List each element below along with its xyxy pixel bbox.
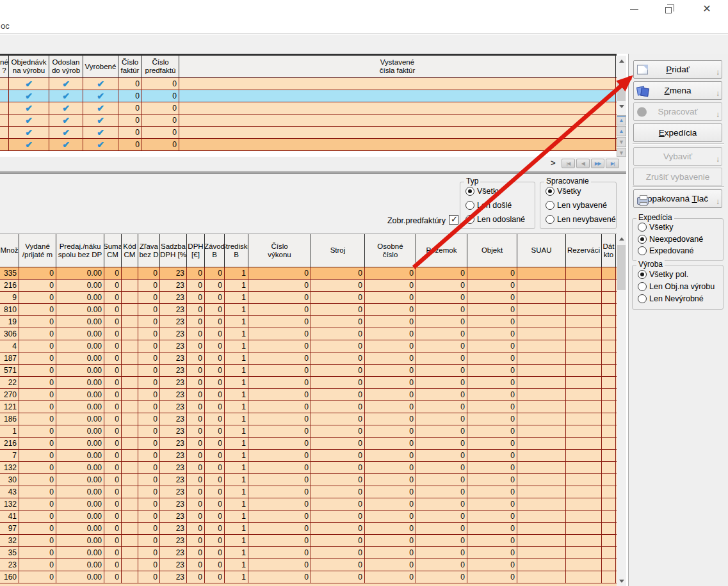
- table-cell: [122, 474, 138, 486]
- table-row[interactable]: 4300.00002300100000: [0, 486, 617, 498]
- table-cell: 0: [138, 377, 160, 388]
- pager-button[interactable]: |◀: [562, 159, 575, 168]
- record-jump-button[interactable]: ▼: [617, 137, 626, 147]
- table-row[interactable]: 18700.00002300100000: [0, 352, 617, 365]
- table-cell: [602, 377, 616, 388]
- table-row[interactable]: 21600.00002300100000: [0, 438, 617, 450]
- table-row[interactable]: 81000.00002300100000: [0, 304, 617, 316]
- title-bar: oc: [0, 0, 728, 34]
- table-cell: 0: [205, 377, 225, 388]
- dropdown-arrow-icon[interactable]: ↓: [716, 68, 720, 77]
- restore-button[interactable]: [659, 1, 679, 17]
- radio-option[interactable]: Expedované: [638, 246, 694, 256]
- zmena-button[interactable]: Zmena↓: [633, 81, 722, 100]
- scrollbar-thumb[interactable]: [617, 80, 626, 101]
- radio-option[interactable]: Len Nevýrobné: [638, 294, 704, 304]
- scroll-up-icon[interactable]: [617, 56, 626, 66]
- table-row[interactable]: 100.00002300100000: [0, 425, 617, 438]
- table-cell: 0: [365, 474, 416, 486]
- pager-button[interactable]: ▶▶: [591, 159, 604, 168]
- table-row[interactable]: 4100.00002300100000: [0, 511, 617, 523]
- table-cell: 0: [365, 365, 416, 376]
- table-row[interactable]: 13200.00002300100000: [0, 462, 617, 474]
- close-button[interactable]: [697, 1, 716, 17]
- table-row[interactable]: ✔✔✔00: [0, 78, 617, 90]
- table-cell: 0: [138, 304, 160, 315]
- table-cell: [517, 377, 566, 388]
- radio-option[interactable]: Len odoslané: [465, 214, 525, 225]
- panel-divider: [633, 143, 724, 145]
- table-row[interactable]: 33500.00002300100000: [0, 267, 617, 280]
- table-row[interactable]: 900.00002300100000: [0, 292, 617, 304]
- radio-option[interactable]: Len došlé: [465, 200, 512, 210]
- pager-button[interactable]: ▶|: [606, 159, 619, 168]
- table-row[interactable]: 2200.00002300100000: [0, 377, 617, 389]
- table-cell: 0: [311, 498, 365, 510]
- table-row[interactable]: 2300.00002300100000: [0, 559, 617, 571]
- record-jump-button[interactable]: ▲: [617, 115, 626, 125]
- table-cell: 0: [365, 328, 416, 340]
- expedicia-button[interactable]: Expedícia: [633, 123, 722, 142]
- dropdown-arrow-icon[interactable]: ↓: [716, 197, 720, 206]
- scroll-down-icon[interactable]: [617, 576, 626, 586]
- table-row[interactable]: 21600.00002300100000: [0, 280, 617, 292]
- record-jump-button[interactable]: ▲: [617, 126, 626, 136]
- table-cell: 23: [160, 292, 187, 303]
- table-row[interactable]: ✔✔✔00: [0, 139, 617, 151]
- radio-option[interactable]: Všetky: [465, 186, 501, 196]
- table-cell: ✔: [83, 102, 118, 114]
- table-row[interactable]: 3200.00002300100000: [0, 535, 617, 547]
- table-row[interactable]: 3500.00002300100000: [0, 547, 617, 559]
- table-row[interactable]: 1900.00002300100000: [0, 316, 617, 328]
- radio-option[interactable]: Všetky pol.: [638, 269, 688, 280]
- dropdown-arrow-icon[interactable]: ↓: [716, 110, 720, 119]
- table-cell: 0: [205, 474, 225, 486]
- table-cell: 4: [0, 340, 19, 352]
- table-row[interactable]: 30600.00002300100000: [0, 328, 617, 340]
- table-cell: [179, 78, 616, 90]
- pridat-button[interactable]: Pridať↓: [633, 60, 722, 79]
- dropdown-arrow-icon[interactable]: ↓: [716, 89, 720, 98]
- table-cell: 1: [225, 571, 248, 583]
- table-row[interactable]: 27000.00002300100000: [0, 389, 617, 401]
- table-cell: 0: [311, 571, 365, 583]
- table-cell: 0: [138, 267, 160, 279]
- table-cell: 0: [365, 340, 416, 352]
- radio-option[interactable]: Len nevybavené: [546, 214, 616, 225]
- radio-option[interactable]: Všetky: [546, 186, 581, 196]
- radio-option[interactable]: Všetky: [638, 222, 674, 232]
- radio-option[interactable]: Len Obj.na výrobu: [638, 281, 715, 292]
- table-row[interactable]: 57100.00002300100000: [0, 365, 617, 377]
- pager-button[interactable]: ◀|: [576, 159, 590, 168]
- table-row[interactable]: 400.00002300100000: [0, 340, 617, 352]
- table-cell: [122, 438, 138, 449]
- scroll-down-icon[interactable]: [617, 101, 626, 111]
- predfaktury-checkbox[interactable]: [449, 215, 458, 225]
- table-row[interactable]: ✔✔✔00: [0, 90, 617, 102]
- table-row[interactable]: 12100.00002300100000: [0, 401, 617, 413]
- scrollbar-thumb[interactable]: [617, 245, 626, 290]
- radio-option[interactable]: Neexpedované: [638, 234, 703, 244]
- table-row[interactable]: 13200.00002300100000: [0, 498, 617, 511]
- table-row[interactable]: 18600.00002300100000: [0, 413, 617, 425]
- table-cell: [566, 304, 602, 315]
- opakovana-tlac-button[interactable]: opakovaná Tlač↓: [633, 189, 722, 208]
- table-cell: 571: [0, 365, 19, 376]
- table-cell: 0: [104, 304, 122, 315]
- scroll-up-icon[interactable]: [617, 234, 626, 244]
- radio-option[interactable]: Len vybavené: [546, 200, 607, 210]
- table-row[interactable]: 16000.00002300100000: [0, 571, 617, 583]
- table-row[interactable]: 9700.00002300100000: [0, 523, 617, 535]
- minimize-button[interactable]: [624, 1, 643, 17]
- table-row[interactable]: ✔✔✔00: [0, 115, 617, 127]
- table-cell: 0: [467, 389, 517, 400]
- table-row[interactable]: 700.00002300100000: [0, 450, 617, 462]
- table-cell: 0: [104, 511, 122, 522]
- dropdown-arrow-icon[interactable]: ↓: [716, 155, 720, 164]
- table-row[interactable]: 3000.00002300100000: [0, 474, 617, 486]
- table-cell: 0: [104, 450, 122, 461]
- table-row[interactable]: ✔✔✔00: [0, 127, 617, 139]
- table-cell: 0: [104, 498, 122, 510]
- pager-arrow-icon[interactable]: >: [551, 158, 556, 168]
- table-row[interactable]: ✔✔✔00: [0, 102, 617, 115]
